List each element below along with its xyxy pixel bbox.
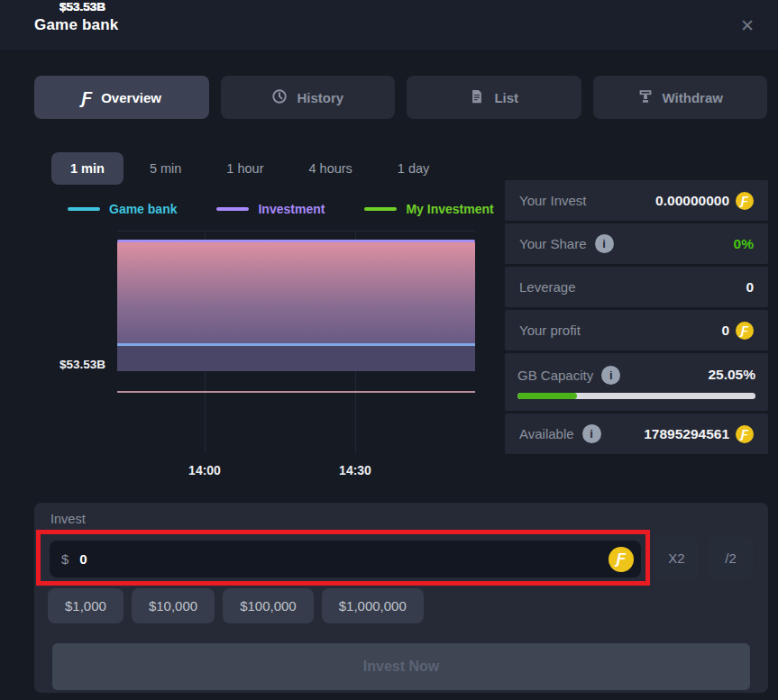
my-investment-line (117, 391, 475, 393)
clock-icon (271, 88, 288, 107)
tab-overview[interactable]: Ƒ Overview (34, 76, 209, 119)
tab-list[interactable]: List (407, 76, 581, 119)
quick-amount-1000000[interactable]: $1,000,000 (322, 588, 424, 623)
game-bank-line (117, 343, 475, 346)
stat-label-text: Available (519, 426, 574, 441)
invest-amount-input[interactable] (78, 550, 600, 568)
tab-bar: Ƒ Overview History List Withdraw (34, 76, 767, 119)
tab-label: History (297, 90, 343, 105)
stat-row-leverage: Leverage 0 (505, 267, 768, 307)
page-title: Game bank (34, 16, 118, 34)
tab-history[interactable]: History (221, 76, 396, 119)
info-icon[interactable]: i (601, 366, 620, 385)
capacity-progress-track (517, 393, 755, 399)
stat-value: 0 (746, 279, 754, 295)
capacity-header: GB Capacity i 25.05% (517, 366, 755, 385)
stat-label: Leverage (519, 279, 576, 295)
legend-swatch-purple (216, 207, 249, 211)
coin-logo-icon: Ƒ (82, 89, 93, 106)
coin-icon: Ƒ (736, 192, 754, 210)
stat-label: Your Invest (519, 193, 587, 208)
document-icon (469, 88, 485, 107)
multiply-by-2-button[interactable]: X2 (654, 536, 699, 579)
timeframe-1day[interactable]: 1 day (379, 152, 448, 185)
stats-panel: Your Invest 0.00000000 Ƒ Your Share i 0%… (505, 180, 768, 454)
divide-by-2-button[interactable]: /2 (709, 536, 753, 579)
legend-swatch-cyan (68, 207, 100, 211)
chart-legend: Game bank Investment My Investment (68, 202, 494, 216)
stat-row-available: Available i 17895294561 Ƒ (505, 414, 768, 454)
legend-swatch-green (364, 207, 397, 211)
stat-value: 25.05% (708, 367, 755, 383)
gridline-horizontal (117, 231, 475, 232)
coin-icon: Ƒ (736, 425, 754, 443)
quick-amount-100000[interactable]: $100,000 (223, 588, 314, 623)
stat-value: 0.00000000 Ƒ (655, 192, 754, 210)
game-bank-modal: Game bank ✕ Ƒ Overview History List With… (0, 0, 778, 700)
stat-row-your-share: Your Share i 0% (505, 223, 768, 264)
invest-amount-field[interactable]: $ Ƒ (50, 541, 641, 577)
legend-label: Game bank (109, 202, 177, 216)
x-axis-tick: 14:00 (178, 463, 232, 477)
stat-label: Your profit (519, 323, 581, 338)
stat-label-text: GB Capacity (517, 368, 593, 383)
stat-row-your-profit: Your profit 0 Ƒ (505, 310, 768, 350)
tab-label: List (494, 90, 518, 105)
timeframe-1min[interactable]: 1 min (51, 152, 124, 185)
invest-panel: Invest $ Ƒ X2 /2 $1,000 $10,000 $100,000… (34, 503, 768, 693)
stat-label: Your Share i (519, 234, 614, 253)
legend-investment: Investment (216, 202, 325, 216)
tab-label: Overview (101, 90, 161, 105)
stat-label: Available i (519, 424, 601, 443)
legend-label: Investment (258, 202, 325, 216)
timeframe-5min[interactable]: 5 min (131, 152, 200, 185)
stat-value-text: 17895294561 (644, 426, 729, 442)
stat-label-text: Your Share (519, 236, 587, 251)
timeframe-bar: 1 min 5 min 1 hour 4 hours 1 day (51, 152, 448, 185)
invest-section-label: Invest (50, 512, 86, 526)
quick-amount-1000[interactable]: $1,000 (48, 588, 124, 623)
y-axis-tick: $53.53B (36, 0, 105, 14)
tab-withdraw[interactable]: Withdraw (593, 76, 768, 119)
chart-plot-area (117, 231, 475, 453)
timeframe-4hours[interactable]: 4 hours (289, 152, 371, 185)
legend-game-bank: Game bank (68, 202, 177, 216)
x-axis-tick: 14:30 (328, 463, 382, 477)
stat-value: 0% (734, 236, 754, 252)
gamebank-area-fill (117, 346, 475, 371)
dollar-prefix: $ (61, 551, 69, 567)
invest-now-button[interactable]: Invest Now (52, 643, 750, 690)
legend-my-investment: My Investment (364, 202, 493, 216)
capacity-progress-fill (517, 393, 577, 399)
tab-label: Withdraw (663, 90, 723, 105)
investment-area-fill (117, 242, 475, 345)
legend-label: My Investment (406, 202, 493, 216)
modal-header: Game bank ✕ (0, 0, 778, 51)
info-icon[interactable]: i (595, 234, 614, 253)
stat-value: 0 Ƒ (721, 322, 754, 340)
stat-value-text: 0.00000000 (655, 193, 729, 209)
quick-amount-10000[interactable]: $10,000 (132, 588, 215, 623)
y-axis-tick: $53.53B (36, 358, 105, 371)
stat-row-gb-capacity: GB Capacity i 25.05% (505, 353, 768, 411)
coin-icon: Ƒ (736, 322, 754, 340)
stat-value-text: 0 (721, 323, 729, 339)
quick-amount-row: $1,000 $10,000 $100,000 $1,000,000 (48, 588, 424, 623)
timeframe-1hour[interactable]: 1 hour (207, 152, 282, 185)
stat-row-your-invest: Your Invest 0.00000000 Ƒ (505, 180, 768, 221)
coin-icon: Ƒ (609, 547, 634, 572)
atm-icon (637, 88, 654, 107)
stat-label: GB Capacity i (517, 366, 620, 385)
investment-line (117, 240, 475, 242)
info-icon[interactable]: i (582, 424, 601, 443)
close-icon[interactable]: ✕ (740, 17, 755, 34)
stat-value: 17895294561 Ƒ (644, 425, 754, 443)
